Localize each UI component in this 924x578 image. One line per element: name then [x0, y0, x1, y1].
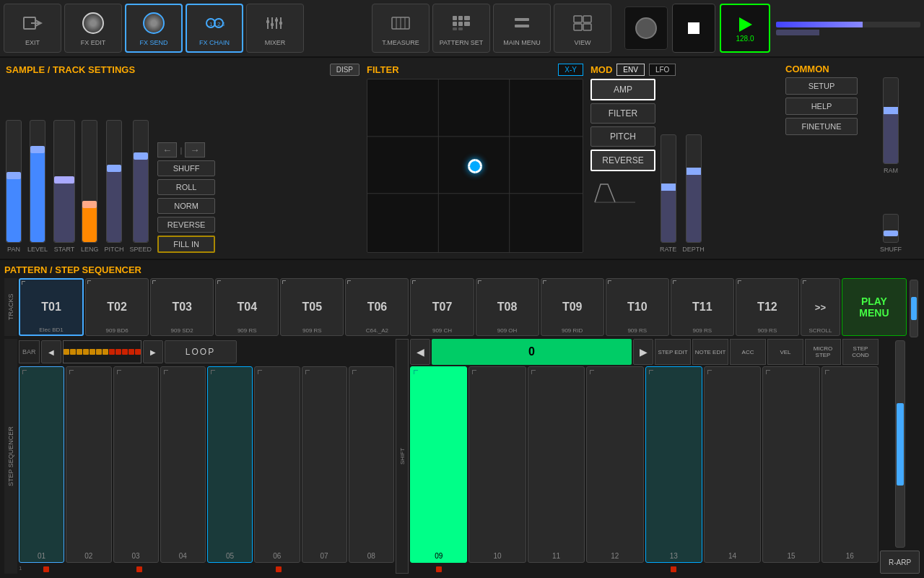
play-menu-button[interactable]: PLAYMENU [842, 278, 907, 336]
step-06-button[interactable]: 06 [254, 366, 300, 563]
acc-button[interactable]: ACC [730, 339, 766, 365]
shuff-button[interactable]: SHUFF [157, 160, 215, 176]
track-scrollbar[interactable] [910, 280, 918, 337]
step-edit-button[interactable]: STEP EDIT [655, 339, 691, 365]
track-t03-num: T03 [172, 301, 192, 314]
track-t05-button[interactable]: T05 909 RS [280, 278, 344, 336]
step-05-button[interactable]: 05 [207, 366, 253, 563]
track-t11-button[interactable]: T11 909 RS [671, 278, 734, 336]
main-menu-button[interactable]: MAIN MENU [493, 4, 551, 53]
fx-edit-button[interactable]: FX EDIT [64, 4, 122, 53]
env-button[interactable]: ENV [616, 64, 645, 76]
step-13-button[interactable]: 13 [645, 366, 702, 563]
view-button[interactable]: VIEW [554, 4, 611, 53]
step-cond-button[interactable]: STEP COND [842, 339, 879, 365]
pitch-button[interactable]: PITCH [590, 126, 655, 147]
step-next-button[interactable]: ▶ [633, 339, 653, 365]
setup-button[interactable]: SETUP [785, 77, 858, 95]
step-07-button[interactable]: 07 [302, 366, 347, 563]
step-12-button[interactable]: 12 [586, 366, 643, 563]
play-button[interactable]: 128.0 [720, 4, 770, 53]
track-t03-button[interactable]: T03 909 SD2 [150, 278, 214, 336]
track-t10-button[interactable]: T10 909 RS [606, 278, 669, 336]
amp-button[interactable]: AMP [590, 79, 655, 100]
fx-chain-label: FX CHAIN [199, 39, 230, 46]
track-t03-name: 909 SD2 [171, 327, 193, 334]
track-t02-button[interactable]: T02 909 BD6 [85, 278, 149, 336]
step-seq-label: STEP SEQUENCER [4, 339, 17, 574]
track-t12-button[interactable]: T12 909 RS [736, 278, 799, 336]
roll-button[interactable]: ROLL [157, 179, 215, 195]
track-t06-button[interactable]: T06 C64._A2 [345, 278, 409, 336]
help-button[interactable]: HELP [785, 98, 858, 115]
step-prev-button[interactable]: ◀ [410, 339, 430, 365]
track-t09-button[interactable]: T09 909 RID [541, 278, 604, 336]
filter-button[interactable]: FILTER [590, 103, 655, 124]
micro-step-button[interactable]: MICRO STEP [805, 339, 841, 365]
step-steps-left: 01 02 03 04 [19, 366, 394, 563]
reverse-button[interactable]: REVERSE [157, 217, 215, 233]
leng-fader-track[interactable] [82, 120, 97, 243]
track-t07-button[interactable]: T07 909 CH [410, 278, 474, 336]
svg-rect-10 [266, 20, 269, 23]
level-fader-track[interactable] [30, 120, 45, 243]
track-t08-button[interactable]: T08 909 OH [476, 278, 539, 336]
lfo-button[interactable]: LFO [649, 64, 676, 76]
depth-fader-track[interactable] [686, 134, 702, 243]
pan-fader-track[interactable] [6, 120, 22, 243]
note-edit-button[interactable]: NOTE EDIT [692, 339, 728, 365]
loop-button[interactable]: LOOP [165, 340, 237, 363]
vel-button[interactable]: VEL [767, 339, 803, 365]
shuff-fader-track[interactable] [883, 214, 899, 243]
step-seq-controls: BAR ◀ [19, 339, 394, 574]
step-04-button[interactable]: 04 [160, 366, 206, 563]
step-15-button[interactable]: 15 [762, 366, 819, 563]
reverse-mod-button[interactable]: REVERSE [590, 150, 655, 171]
step-16-button[interactable]: 16 [821, 366, 879, 563]
pitch-fader-track[interactable] [106, 120, 122, 243]
finetune-button[interactable]: FINETUNE [785, 118, 858, 135]
track-scroll-button[interactable]: >> SCROLL [801, 278, 840, 336]
step-03-button[interactable]: 03 [113, 366, 159, 563]
common-fader-track[interactable] [883, 77, 899, 164]
fx-chain-button[interactable]: 1 2 3 FX CHAIN [186, 4, 243, 53]
start-fader-track[interactable] [53, 120, 75, 243]
disp-button[interactable]: DISP [330, 64, 359, 76]
fill-in-button[interactable]: FILL IN [157, 236, 215, 253]
step-11-button[interactable]: 11 [528, 366, 585, 563]
step-scrollbar[interactable] [895, 340, 905, 548]
shift-button[interactable]: SHIFT [396, 339, 409, 574]
bar-prev-button[interactable]: ◀ [41, 340, 61, 363]
step-02-button[interactable]: 02 [66, 366, 111, 563]
t-measure-button[interactable]: T.MEASURE [372, 4, 430, 53]
step-04-num: 04 [179, 552, 187, 560]
step-01-button[interactable]: 01 [19, 366, 64, 563]
svg-rect-24 [453, 27, 457, 30]
track-t01-name: Elec BD1 [39, 327, 63, 333]
speed-fader-track[interactable] [133, 120, 149, 243]
rate-fader-track[interactable] [661, 134, 676, 243]
bar-next-button[interactable]: ▶ [143, 340, 163, 363]
mixer-button[interactable]: MIXER [246, 4, 304, 53]
track-t04-button[interactable]: T04 909 RS [215, 278, 279, 336]
filter-pad[interactable] [367, 79, 583, 253]
exit-button[interactable]: EXIT [4, 4, 61, 53]
norm-button[interactable]: NORM [157, 198, 215, 214]
track-t01-button[interactable]: T01 Elec BD1 [19, 278, 84, 336]
nav-right-button[interactable]: → [185, 142, 204, 158]
fx-send-button[interactable]: FX SEND [125, 4, 183, 53]
step-10-button[interactable]: 10 [468, 366, 526, 563]
nav-left-button[interactable]: ← [157, 142, 177, 158]
step-08-button[interactable]: 08 [349, 366, 394, 563]
xy-button[interactable]: X-Y [558, 64, 583, 76]
svg-text:1: 1 [209, 21, 213, 27]
step-09-button[interactable]: 09 [410, 366, 467, 563]
sequencer-section: PATTERN / STEP SEQUENCER TRACKS T01 Elec… [0, 260, 924, 578]
mini-ind-6 [256, 565, 301, 574]
step-14-button[interactable]: 14 [704, 366, 761, 563]
record-icon [635, 17, 657, 39]
leng-fader-fill [82, 206, 97, 242]
pattern-set-button[interactable]: PATTERN SET [432, 4, 490, 53]
stop-button[interactable] [672, 4, 715, 53]
r-arp-button[interactable]: R-ARP [880, 551, 920, 574]
